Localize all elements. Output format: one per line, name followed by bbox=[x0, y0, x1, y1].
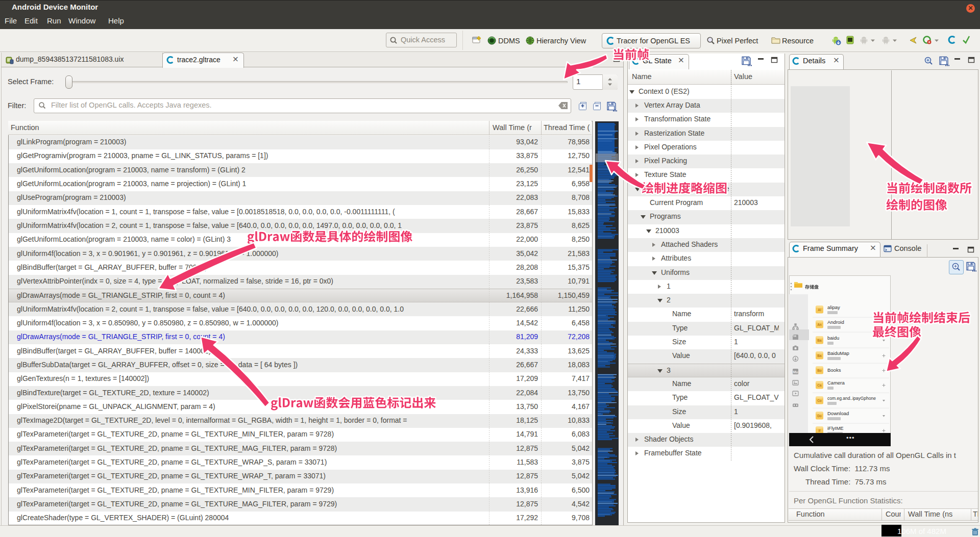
svg-text:Camera: Camera bbox=[827, 380, 845, 386]
svg-text:Bo: Bo bbox=[817, 369, 822, 372]
svg-text:iFlyIME: iFlyIME bbox=[827, 425, 844, 431]
svg-text:Ca: Ca bbox=[817, 383, 822, 387]
svg-text:Do: Do bbox=[817, 414, 822, 418]
svg-text:Download: Download bbox=[827, 411, 849, 416]
svg-text:com.eg.and..ipayGphone: com.eg.and..ipayGphone bbox=[827, 396, 876, 401]
svg-text:Android: Android bbox=[827, 319, 844, 325]
svg-text:Books: Books bbox=[827, 367, 841, 373]
svg-text:Al: Al bbox=[818, 308, 821, 312]
svg-text:Co: Co bbox=[817, 399, 822, 402]
svg-text:BaiduMap: BaiduMap bbox=[827, 350, 849, 356]
svg-text:baidu: baidu bbox=[827, 335, 839, 341]
svg-text:An: An bbox=[817, 323, 822, 326]
svg-text:Ba: Ba bbox=[817, 354, 822, 357]
svg-text:Ba: Ba bbox=[817, 339, 822, 342]
svg-text:alipay: alipay bbox=[827, 304, 840, 310]
